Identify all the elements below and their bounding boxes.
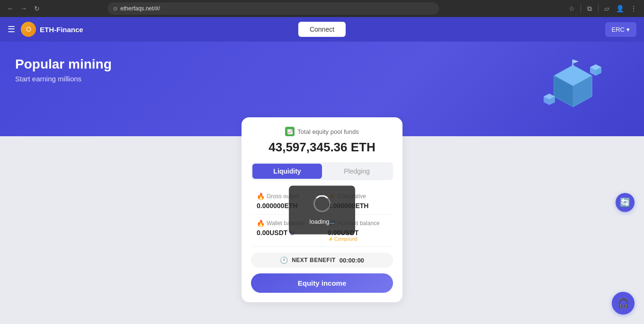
forward-button[interactable]: → — [19, 4, 28, 13]
logo-text: ETH-Finance — [40, 26, 83, 34]
gross-icon: 🔥 — [257, 193, 265, 200]
main-content: 📈 Total equity pool funds 43,597,345.36 … — [0, 136, 644, 324]
erc-chevron-icon: ▾ — [626, 26, 630, 33]
header: ☰ ⬡ ETH-Finance Connect ERC ▾ — [0, 17, 644, 42]
pool-icon: 📈 — [285, 127, 295, 136]
float-refresh-button[interactable]: 🔄 — [616, 193, 635, 212]
logo-icon: ⬡ — [21, 22, 36, 37]
next-benefit-bar: 🕐 NEXT BENEFIT 00:00:00 — [251, 253, 393, 268]
wallet-balance-value: 0.00USDT — [257, 229, 287, 236]
browser-action-bar: ☆ ⧉ ▱ 👤 ⋮ — [567, 4, 638, 13]
tab-liquidity[interactable]: Liquidity — [252, 164, 322, 179]
extensions-icon[interactable]: ⧉ — [585, 4, 594, 13]
erc-button[interactable]: ERC ▾ — [605, 22, 636, 37]
compound-label: ⚡ Compound — [328, 236, 387, 242]
compound-lightning-icon: ⚡ — [328, 236, 333, 242]
loading-text: loading... — [310, 218, 335, 225]
logo: ⬡ ETH-Finance — [21, 22, 83, 37]
loading-overlay: loading... — [289, 185, 355, 234]
profile-icon[interactable]: 👤 — [616, 4, 625, 13]
url-text: etherfaqs.net/#/ — [120, 5, 160, 12]
hero-subtitle: Start earning millions — [15, 75, 629, 83]
clock-icon: 🕐 — [280, 256, 288, 264]
svg-rect-10 — [572, 60, 573, 66]
benefit-timer: 00:00:00 — [340, 257, 364, 264]
browser-chrome: ← → ↻ ⊙ etherfaqs.net/#/ ☆ ⧉ ▱ 👤 ⋮ — [0, 0, 644, 17]
menu-dots-icon[interactable]: ⋮ — [629, 4, 638, 13]
float-support-button[interactable]: 🎧 — [612, 292, 635, 315]
url-bar[interactable]: ⊙ etherfaqs.net/#/ — [107, 2, 439, 15]
split-screen-icon[interactable]: ▱ — [602, 4, 612, 13]
svg-marker-11 — [573, 60, 579, 63]
connect-button[interactable]: Connect — [298, 22, 346, 37]
erc-label: ERC — [612, 26, 625, 33]
back-button[interactable]: ← — [6, 4, 15, 13]
menu-icon[interactable]: ☰ — [8, 24, 15, 35]
main-card: 📈 Total equity pool funds 43,597,345.36 … — [242, 117, 402, 302]
next-benefit-label: NEXT BENEFIT — [292, 257, 336, 263]
hero-graphic — [540, 56, 606, 122]
tab-group: Liquidity Pledging — [251, 162, 393, 180]
hero-title: Popular mining — [15, 57, 629, 72]
card-header: 📈 Total equity pool funds — [251, 127, 393, 136]
equity-income-button[interactable]: Equity income — [251, 273, 393, 293]
bookmark-icon[interactable]: ☆ — [567, 4, 577, 13]
total-value: 43,597,345.36 ETH — [251, 140, 393, 155]
reload-button[interactable]: ↻ — [32, 4, 42, 13]
tab-pledging[interactable]: Pledging — [322, 164, 392, 179]
pool-label: Total equity pool funds — [297, 128, 358, 135]
page: ☰ ⬡ ETH-Finance Connect ERC ▾ Popular mi… — [0, 17, 644, 324]
wallet-icon: 🔥 — [257, 219, 265, 227]
loading-spinner — [313, 195, 331, 212]
